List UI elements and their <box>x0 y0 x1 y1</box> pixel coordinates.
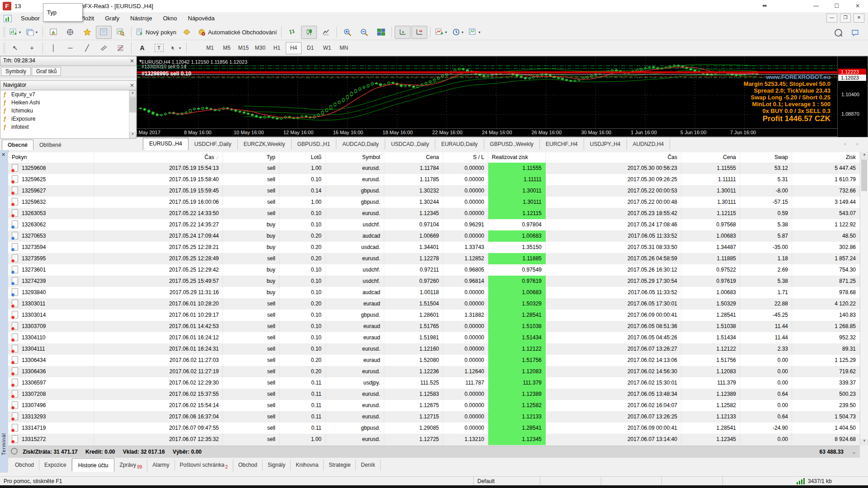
horizontal-line-tool-button[interactable]: ─ <box>62 42 78 55</box>
terminal-tab-obchod[interactable]: Obchod <box>10 460 39 470</box>
timeframe-w1[interactable]: W1 <box>319 42 335 54</box>
history-row[interactable]: 132596252017.05.19 15:58:40sell0.10eurus… <box>8 174 860 185</box>
history-row[interactable]: 133065972017.06.02 12:29:30sell0.11usdjp… <box>8 377 860 389</box>
history-row[interactable]: 132706532017.05.24 17:09:44buy0.20audcad… <box>8 230 860 242</box>
profiles-button[interactable]: ▾ <box>24 26 40 39</box>
navigator-tab-oblíbené[interactable]: Oblíbené <box>33 140 67 150</box>
menu-grafy[interactable]: Grafy <box>99 13 125 23</box>
column-header-lotů[interactable]: Lotů <box>279 152 326 163</box>
navigator-tab-obecné[interactable]: Obecné <box>2 140 33 150</box>
column-header-cena[interactable]: Cena <box>681 152 740 163</box>
history-row[interactable]: 133041102017.06.01 16:24:12sell0.10eurau… <box>8 332 860 343</box>
timeframe-m30[interactable]: M30 <box>252 42 268 54</box>
history-row[interactable]: 133030112017.06.01 10:28:20sell0.20eurau… <box>8 298 860 310</box>
terminal-tab-alarmy[interactable]: Alarmy <box>147 460 175 470</box>
terminal-button[interactable] <box>96 26 112 39</box>
menu-soubor[interactable]: Soubor <box>15 13 45 23</box>
chart-tab-gbpusdweekly[interactable]: GBPUSD.,Weekly <box>484 139 540 150</box>
mdi-close-button[interactable]: ✕ <box>854 14 864 23</box>
history-row[interactable]: 133037092017.06.01 14:42:53sell0.10eurau… <box>8 321 860 332</box>
history-row[interactable]: 133132932017.06.06 16:37:04sell0.11eurus… <box>8 411 860 422</box>
chart-tab-eurchfh4[interactable]: EURCHF.,H4 <box>540 139 584 150</box>
minimize-button[interactable]: — <box>806 0 826 12</box>
market-watch-tab-graf-tiků[interactable]: Graf tiků <box>32 67 61 76</box>
navigator-item-iexposure[interactable]: ƒiExposure <box>0 115 136 123</box>
navigator-header[interactable]: Navigátor ✕ <box>0 80 137 90</box>
mdi-restore-button[interactable]: ❐ <box>840 14 851 23</box>
scroll-up-icon[interactable]: ▲ <box>860 152 868 159</box>
timeframe-mn[interactable]: MN <box>336 42 352 54</box>
history-row[interactable]: 132735952017.05.25 12:28:49sell0.20eurus… <box>8 253 860 264</box>
scroll-up-icon[interactable]: ▲ <box>129 90 136 97</box>
templates-button[interactable]: ▾ <box>467 26 482 39</box>
fibonacci-tool-button[interactable] <box>113 42 128 55</box>
zoom-out-button[interactable] <box>356 26 372 39</box>
navigator-item-infotext[interactable]: ƒinfotext <box>0 123 136 131</box>
column-header-cena[interactable]: Cena <box>384 152 443 163</box>
tile-windows-button[interactable] <box>373 26 389 39</box>
chart-tab-audnzdh4[interactable]: AUDNZD,H4 <box>627 139 670 150</box>
history-row[interactable]: 132596322017.05.19 16:00:06sell1.00gbpus… <box>8 197 860 208</box>
history-row[interactable]: 133072082017.06.02 15:37:55sell0.11eurus… <box>8 389 860 400</box>
line-chart-button[interactable] <box>318 26 334 39</box>
time-axis[interactable]: 4 May 20178 May 16:0010 May 16:0012 May … <box>137 128 838 136</box>
column-header-typ[interactable]: Typ <box>223 152 279 163</box>
terminal-tab-expozice[interactable]: Expozice <box>39 460 72 470</box>
terminal-caption-bar[interactable]: ✕ Terminál <box>0 150 9 473</box>
close-button[interactable]: ✕ <box>847 0 868 12</box>
chart-tab-eurusdh4[interactable]: EURUSD.,H4 <box>143 138 189 150</box>
metaeditor-button[interactable] <box>179 26 195 39</box>
column-header-zisk[interactable]: Zisk <box>792 152 860 163</box>
chart-tab-gbpusdh1[interactable]: GBPUSD.,H1 <box>292 139 337 150</box>
scroll-thumb[interactable] <box>861 160 867 191</box>
channel-tool-button[interactable] <box>96 42 112 55</box>
mdi-minimize-button[interactable]: — <box>826 14 837 23</box>
auto-scroll-button[interactable] <box>395 26 410 39</box>
price-scale[interactable]: 1.12223 1.12023 1.104001.08870 <box>837 56 868 137</box>
column-header-čas[interactable]: Čas <box>546 152 681 163</box>
history-row[interactable]: 132735942017.05.25 12:28:21buy0.20usdcad… <box>8 242 860 253</box>
timeframe-m5[interactable]: M5 <box>219 42 235 54</box>
crosshair-tool-button[interactable]: + <box>24 42 40 55</box>
periods-button[interactable]: ▾ <box>450 26 466 39</box>
column-header-čas[interactable]: Čas⟋ <box>94 152 223 163</box>
arrows-tool-button[interactable]: ▾ <box>168 42 184 55</box>
scroll-thumb[interactable] <box>129 97 136 113</box>
history-row[interactable]: 132596082017.05.19 15:54:13sell1.00eurus… <box>8 163 860 174</box>
terminal-tab-historie-uctu[interactable]: Historie účtu <box>72 458 115 472</box>
status-connection-cell[interactable] <box>722 477 868 486</box>
market-watch-header[interactable]: Trh: 09:28:34 ✕ <box>0 56 137 66</box>
history-row[interactable]: 132630622017.05.22 14:35:27buy0.10usdchf… <box>8 219 860 230</box>
column-header-sl[interactable]: S / L <box>443 152 488 163</box>
terminal-tab-denik[interactable]: Deník <box>356 460 380 470</box>
chart-tab-audcaddaily[interactable]: AUDCAD,Daily <box>336 139 385 150</box>
history-row[interactable]: 132938402017.05.29 11:31:16buy0.10audcad… <box>8 287 860 298</box>
text-tool-button[interactable]: A <box>134 42 150 55</box>
history-row[interactable]: 133152722017.06.07 12:35:32sell1.00eurus… <box>8 434 860 445</box>
menu-nástroje[interactable]: Nástroje <box>125 13 157 23</box>
chat-button[interactable] <box>847 26 863 39</box>
chart-window[interactable]: ▼ EURUSD,H4 1.12042 1.12150 1.11856 1.12… <box>137 56 868 137</box>
indicators-button[interactable]: + ▾ <box>433 26 449 39</box>
history-row[interactable]: 132630532017.05.22 14:33:50sell0.10eurus… <box>8 208 860 219</box>
navigator-item-equity-v7[interactable]: ƒEquity_v7 <box>0 90 136 99</box>
navigator-close-icon[interactable]: ✕ <box>130 81 134 89</box>
market-watch-tab-symboly[interactable]: Symboly <box>1 67 31 76</box>
history-row[interactable]: 133030142017.06.01 10:29:17sell0.10gbpus… <box>8 310 860 321</box>
chart-tab-usdchfdaily[interactable]: USDCHF.,Daily <box>189 139 238 150</box>
trendline-tool-button[interactable]: ╱ <box>79 42 95 55</box>
navigator-item-heiken-ashi[interactable]: ƒHeiken Ashi <box>0 99 136 107</box>
timeframe-m1[interactable]: M1 <box>202 42 218 54</box>
navigator-item-ichimoku[interactable]: ƒIchimoku <box>0 107 136 115</box>
status-profile-cell[interactable]: Default <box>473 477 540 486</box>
autotrading-button[interactable]: Automatické Obchodování <box>196 26 278 39</box>
history-row[interactable]: 133074962017.06.02 15:54:14sell0.11eurus… <box>8 400 860 411</box>
search-button[interactable] <box>830 26 846 39</box>
timeframe-h1[interactable]: H1 <box>269 42 285 54</box>
strategy-tester-button[interactable] <box>113 26 128 39</box>
terminal-close-icon[interactable]: ✕ <box>1 152 5 158</box>
market-watch-button[interactable] <box>46 26 61 39</box>
menu-okno[interactable]: Okno <box>157 13 182 23</box>
column-header-swap[interactable]: Swap <box>740 152 792 163</box>
candlestick-button[interactable] <box>301 26 317 39</box>
